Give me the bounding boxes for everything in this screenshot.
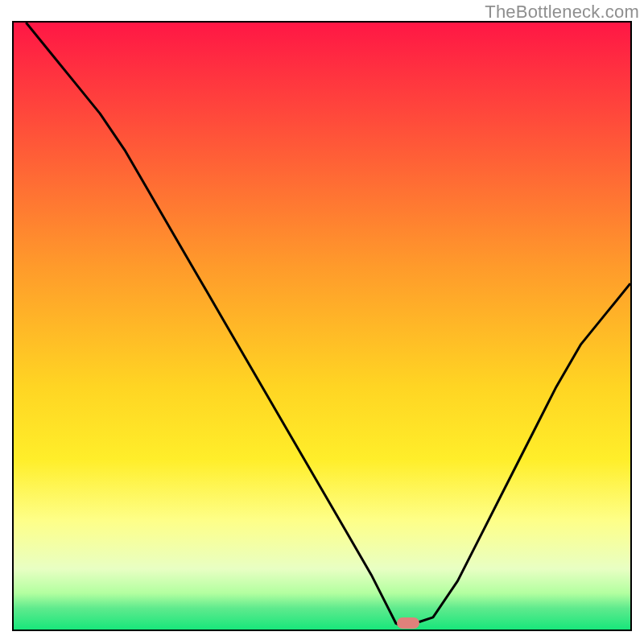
watermark-text: TheBottleneck.com — [485, 2, 639, 23]
plot-area — [14, 23, 630, 630]
curve-path — [26, 23, 630, 626]
bottleneck-curve — [14, 23, 630, 630]
chart-stage: TheBottleneck.com — [0, 0, 644, 644]
optimum-marker — [397, 617, 419, 629]
